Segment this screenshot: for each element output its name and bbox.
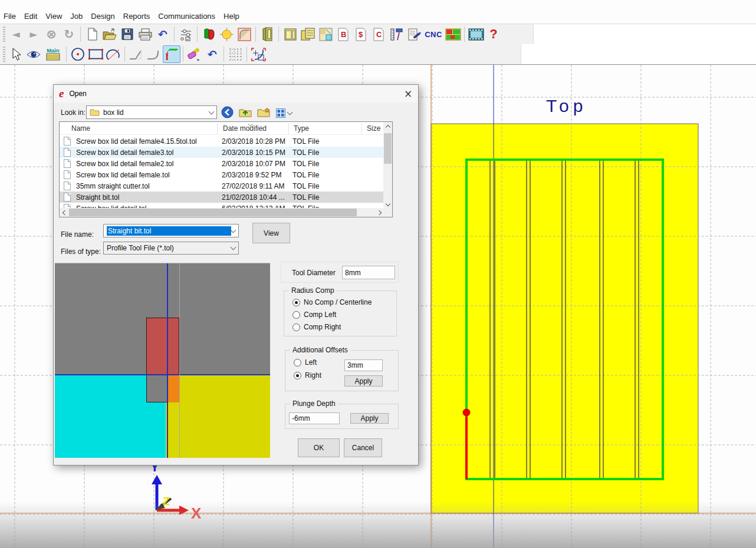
tool-profile-preview[interactable] <box>55 263 270 457</box>
cancel-button[interactable]: Cancel <box>344 438 382 457</box>
menu-help[interactable]: Help <box>223 12 239 21</box>
main-layer-icon[interactable]: Main <box>42 45 64 63</box>
cabinet-icon[interactable] <box>281 25 299 43</box>
report-icon[interactable] <box>405 25 423 43</box>
cutlist-document-icon[interactable]: C <box>370 25 387 43</box>
close-icon[interactable]: × <box>398 85 418 103</box>
menu-view[interactable]: View <box>45 12 62 21</box>
save-icon[interactable] <box>119 25 136 43</box>
moulding-profile-icon[interactable] <box>235 25 253 43</box>
material-sheet[interactable] <box>431 124 698 513</box>
column-header-name[interactable]: Name <box>71 124 90 133</box>
column-header-type[interactable]: Type <box>294 124 309 133</box>
go-back-icon[interactable] <box>221 106 234 120</box>
back-icon[interactable]: ◄ <box>7 25 25 43</box>
undo-icon[interactable]: ↶ <box>154 25 172 43</box>
rectangle-tool-icon[interactable] <box>87 45 104 63</box>
corner-tool-icon[interactable] <box>163 45 180 63</box>
view-eye-icon[interactable] <box>25 45 42 63</box>
file-row[interactable]: Screw box lid detail female.tol 2/03/201… <box>60 169 384 180</box>
plunge-apply-button[interactable]: Apply <box>350 413 389 424</box>
horizontal-scroll-thumb[interactable] <box>69 209 357 216</box>
views-menu-icon[interactable] <box>276 108 292 118</box>
start-point[interactable] <box>463 409 471 417</box>
fillet-tool-icon[interactable] <box>145 45 163 63</box>
look-in-dropdown[interactable]: box lid <box>86 105 217 119</box>
file-name-combobox[interactable]: Straight bit.tol <box>103 224 239 237</box>
undo-draw-icon[interactable]: ↶ <box>203 45 221 63</box>
forward-icon[interactable]: ► <box>25 25 42 43</box>
rotate-align-icon[interactable] <box>249 45 267 63</box>
arc-tool-icon[interactable] <box>104 45 122 63</box>
offset-apply-button[interactable]: Apply <box>344 375 383 387</box>
nesting-icon[interactable] <box>317 25 334 43</box>
print-icon[interactable] <box>136 25 154 43</box>
view-button[interactable]: View <box>252 223 290 243</box>
offset-value-input[interactable] <box>344 359 383 371</box>
cost-document-icon[interactable]: $ <box>352 25 370 43</box>
open-file-icon[interactable] <box>101 25 119 43</box>
menu-communications[interactable]: Communications <box>158 12 215 21</box>
select-cursor-icon[interactable] <box>7 45 25 63</box>
menu-job[interactable]: Job <box>70 12 83 21</box>
radio-comp-right[interactable]: Comp Right <box>292 323 341 331</box>
chamfer-tool-icon[interactable] <box>127 45 145 63</box>
help-icon[interactable]: ? <box>485 25 502 43</box>
up-one-level-icon[interactable] <box>239 107 252 120</box>
scroll-right-icon[interactable] <box>377 210 382 214</box>
file-icon <box>64 137 71 146</box>
radio-offset-right[interactable]: Right <box>294 371 321 379</box>
look-in-label: Look in: <box>61 108 86 117</box>
bid-document-icon[interactable]: B <box>334 25 352 43</box>
radio-no-comp[interactable]: No Comp / Centerline <box>292 298 372 306</box>
new-document-icon[interactable] <box>83 25 101 43</box>
file-icon <box>64 193 71 202</box>
scroll-down-icon[interactable] <box>385 202 390 206</box>
column-header-size[interactable]: Size <box>367 124 380 133</box>
toolbar-grip-2[interactable] <box>3 47 5 62</box>
ok-button[interactable]: OK <box>298 438 340 457</box>
scroll-up-icon[interactable] <box>385 125 390 130</box>
file-row[interactable]: Screw box lid detail female4.15.5tol.tol… <box>60 136 384 147</box>
file-row-selected[interactable]: Straight bit.tol 21/02/2018 10:44 ... TO… <box>60 192 384 203</box>
vertical-scroll-thumb[interactable] <box>384 133 392 164</box>
options-icon[interactable] <box>177 25 195 43</box>
tools-icon[interactable] <box>387 25 405 43</box>
radio-label: Left <box>305 358 317 367</box>
menu-design[interactable]: Design <box>91 12 114 21</box>
stop-icon[interactable]: ⊗ <box>42 25 60 43</box>
plunge-depth-input[interactable] <box>289 412 340 424</box>
file-row[interactable]: Screw box lid detail female2.tol 2/03/20… <box>60 158 384 169</box>
radio-offset-left[interactable]: Left <box>294 358 317 367</box>
column-header-date[interactable]: Date modified <box>223 124 267 133</box>
menu-edit[interactable]: Edit <box>24 12 37 21</box>
dialog-titlebar[interactable]: e Open × <box>54 85 418 103</box>
toolbar-grip[interactable] <box>3 27 5 42</box>
menu-file[interactable]: File <box>4 12 16 21</box>
files-of-type-dropdown[interactable]: Profile Tool File (*.tol) <box>103 242 239 255</box>
file-name-label: File name: <box>61 230 94 239</box>
menu-reports[interactable]: Reports <box>123 12 150 21</box>
new-folder-icon[interactable] <box>257 107 271 120</box>
point-light-icon[interactable] <box>218 25 235 43</box>
circle-tool-icon[interactable] <box>69 45 87 63</box>
horizontal-scrollbar[interactable] <box>60 208 384 217</box>
file-row[interactable]: 35mm straight cutter.tol 27/02/2018 9:11… <box>60 180 384 192</box>
filmstrip-icon[interactable] <box>467 25 485 43</box>
plunge-depth-group: Plunge Depth Apply <box>285 404 399 429</box>
file-row[interactable]: Screw box lid detail female3.tol 2/03/20… <box>60 147 384 158</box>
redo-icon[interactable]: ↻ <box>60 25 78 43</box>
grid-snap-icon[interactable] <box>226 45 244 63</box>
door-3d-icon[interactable] <box>258 25 276 43</box>
scroll-left-icon[interactable] <box>63 210 67 214</box>
radio-comp-left[interactable]: Comp Left <box>292 311 336 319</box>
tool-diameter-input[interactable] <box>342 266 395 279</box>
material-blocks-icon[interactable] <box>444 25 462 43</box>
eraser-icon[interactable] <box>186 45 203 63</box>
cnc-output-icon[interactable]: CNC <box>423 25 444 43</box>
cabinet-pages-icon[interactable] <box>299 25 317 43</box>
file-date: 2/03/2018 9:52 PM <box>222 171 292 179</box>
color-fill-icon[interactable] <box>200 25 218 43</box>
vertical-scrollbar[interactable] <box>383 122 392 209</box>
file-date: 2/03/2018 10:07 PM <box>222 160 292 168</box>
